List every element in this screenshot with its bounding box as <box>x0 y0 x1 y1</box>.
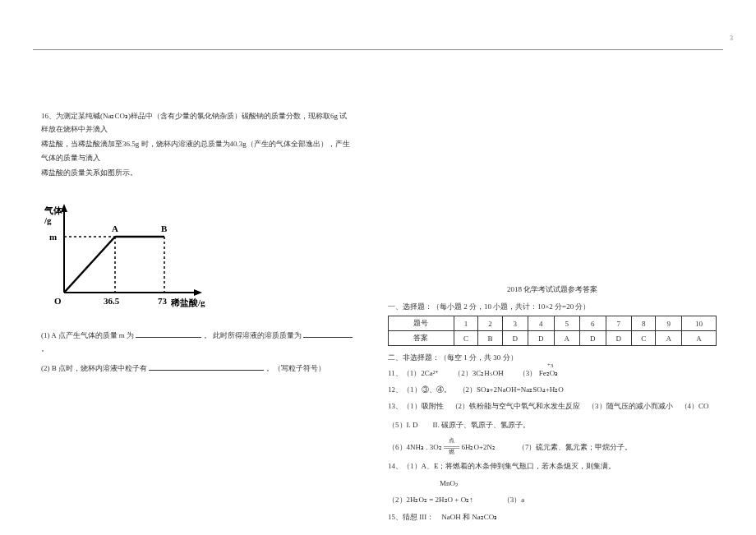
answers-body: 11、（1）2Ca²⁺ （2）3C₂H₅OH （3） ⁺3 Fe₂O₃ 12、（… <box>388 367 717 524</box>
th: 2 <box>478 316 502 331</box>
svg-marker-3 <box>194 289 202 296</box>
th: 9 <box>656 316 681 331</box>
th: 4 <box>528 316 554 331</box>
section-1-header: 一、选择题：（每小题 2 分，10 小题，共计：10×2 分=20 分） <box>388 302 717 312</box>
answer-13c: （6）4NH₃ . 3O₂ 点燃 ═══ 6H₂O+2N₂ （7）硫元素、氮元素… <box>388 440 717 454</box>
th: 8 <box>632 316 656 331</box>
fe2o3: ⁺3 Fe₂O₃ <box>539 367 559 380</box>
answer-key: 2018 化学考试试题参考答案 一、选择题：（每小题 2 分，10 小题，共计：… <box>388 284 717 527</box>
reaction-arrow: 点燃 ═══ <box>444 440 459 454</box>
q1-pre: (1) A 点产生气体的质量 m 为 <box>41 331 134 339</box>
q1-end: 。 <box>41 344 48 353</box>
blank-mass[interactable] <box>136 329 201 338</box>
answer-13a: 13、（1）吸附性 （2）铁粉能与空气中氧气和水发生反应 （3）随气压的减小而减… <box>388 399 717 413</box>
td: C <box>632 331 656 346</box>
q16-line1: 16、为测定某纯碱(Na₂CO₃)样品中（含有少量的氯化钠杂质）碳酸钠的质量分数… <box>41 109 353 136</box>
x-axis-label: 稀盐酸/g <box>170 297 205 307</box>
q2-end: 。（写粒子符号） <box>266 364 325 372</box>
answer-table: 题号 1 2 3 4 5 6 7 8 9 10 答案 C B D D A D D… <box>388 316 717 346</box>
q16-line2: 稀盐酸，当稀盐酸滴加至36.5g 时，烧杯内溶液的总质量为40.3g（产生的气体… <box>41 137 353 164</box>
td: D <box>528 331 554 346</box>
answer-14a: 14、（1）A、E；将燃着的木条伸到集气瓶口，若木条熄灭，则集满。 <box>388 459 717 473</box>
table-answer-row: 答案 C B D D A D D C A A <box>389 331 717 346</box>
answer-13b: （5）I. D II. 碳原子、氧原子、氢原子。 <box>388 418 717 432</box>
td: A <box>656 331 681 346</box>
td: C <box>454 331 477 346</box>
sub-question-2: (2) B 点时，烧杯内溶液中粒子有 。（写粒子符号） <box>41 362 353 375</box>
table-head-row: 题号 1 2 3 4 5 6 7 8 9 10 <box>389 316 717 331</box>
a13c-pre: （6）4NH₃ . 3O₂ <box>388 443 442 451</box>
th: 3 <box>502 316 528 331</box>
y-point-m: m <box>49 232 57 242</box>
q2-pre: (2) B 点时，烧杯内溶液中粒子有 <box>41 364 147 372</box>
answer-15: 15、猜想 III： NaOH 和 Na₂CO₃ <box>388 510 717 524</box>
th: 题号 <box>389 316 454 331</box>
answer-12: 12、（1）③、④。 （2）SO₃+2NaOH=Na₂SO₄+H₂O <box>388 383 717 397</box>
td: A <box>681 331 716 346</box>
chart-svg: 气体 /g m A B O 36.5 73 稀盐酸/g <box>41 194 214 317</box>
th: 1 <box>454 316 477 331</box>
reaction-condition: 点燃 <box>449 436 459 458</box>
answer-title: 2018 化学考试试题参考答案 <box>388 284 717 295</box>
point-a-label: A <box>112 224 118 233</box>
y-axis-label-2: /g <box>44 215 52 225</box>
svg-line-4 <box>64 237 115 293</box>
y-axis-label-1: 气体 <box>44 205 63 215</box>
td: B <box>478 331 502 346</box>
oxidation-marker: ⁺3 <box>547 361 554 371</box>
th: 6 <box>580 316 606 331</box>
q1-mid: 。 此时所得溶液的溶质质量为 <box>204 331 302 339</box>
page-number: 3 <box>730 35 733 42</box>
gas-vs-acid-graph: 气体 /g m A B O 36.5 73 稀盐酸/g <box>41 194 353 319</box>
td: D <box>606 331 631 346</box>
blank-solute-mass[interactable] <box>303 329 353 338</box>
answer-14c: （2）2H₂O₂ = 2H₂O + O₂↑ （3）a <box>388 493 717 507</box>
question-16: 16、为测定某纯碱(Na₂CO₃)样品中（含有少量的氯化钠杂质）碳酸钠的质量分数… <box>41 109 353 377</box>
origin-label: O <box>54 296 62 306</box>
a13c-post: 6H₂O+2N₂ （7）硫元素、氮元素；甲烷分子。 <box>461 443 632 451</box>
a11-text: 11、（1）2Ca²⁺ （2）3C₂H₅OH （3） <box>388 369 537 377</box>
x-tick-2: 73 <box>158 296 168 306</box>
th: 7 <box>606 316 631 331</box>
td: A <box>554 331 579 346</box>
top-rule <box>33 49 723 50</box>
answer-11: 11、（1）2Ca²⁺ （2）3C₂H₅OH （3） ⁺3 Fe₂O₃ <box>388 367 717 380</box>
td: D <box>502 331 528 346</box>
x-tick-1: 36.5 <box>104 296 120 306</box>
blank-particles[interactable] <box>149 362 264 371</box>
th: 5 <box>554 316 579 331</box>
point-b-label: B <box>161 224 168 233</box>
td: D <box>580 331 606 346</box>
answer-14b: MnO₂ <box>388 477 717 491</box>
th: 10 <box>681 316 716 331</box>
td: 答案 <box>389 331 454 346</box>
sub-question-1: (1) A 点产生气体的质量 m 为 。 此时所得溶液的溶质质量为 。 <box>41 329 353 355</box>
q16-line3: 稀盐酸的质量关系如图所示。 <box>41 166 353 179</box>
